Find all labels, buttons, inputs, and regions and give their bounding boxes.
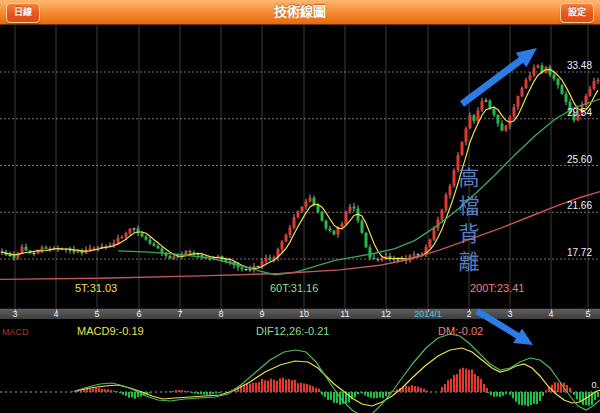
x-axis-label: 5 <box>94 309 99 320</box>
settings-button[interactable]: 設定 <box>560 3 594 23</box>
page-title: 技術線圖 <box>0 0 600 25</box>
x-axis-label: 12 <box>381 309 391 320</box>
x-axis-label: 2014/1 <box>414 309 442 320</box>
divergence-watermark: 高檔背離 <box>452 167 482 279</box>
x-axis: 34567891011122014/12345 <box>0 308 600 319</box>
x-axis-label: 6 <box>136 309 141 320</box>
x-axis-label: 9 <box>259 309 264 320</box>
price-label: 17.72 <box>522 247 592 258</box>
dif-legend: DIF12,26:-0.21 <box>256 325 329 337</box>
price-label: 21.66 <box>522 200 592 211</box>
macd-zero-label: 0. <box>591 380 599 390</box>
x-axis-label: 10 <box>299 309 309 320</box>
x-axis-label: 3 <box>507 309 512 320</box>
macd9-legend: MACD9:-0.19 <box>77 325 144 337</box>
candlestick-chart[interactable] <box>0 25 600 308</box>
x-axis-label: 7 <box>177 309 182 320</box>
price-label: 29.54 <box>522 107 592 118</box>
x-axis-label: 3 <box>12 309 17 320</box>
technical-chart-app: 日線 技術線圖 設定 33.4829.5425.6021.6617.72 5T:… <box>0 0 600 413</box>
dm-legend: DM:-0.02 <box>438 325 483 337</box>
title-bar: 日線 技術線圖 設定 <box>0 0 600 25</box>
x-axis-label: 4 <box>53 309 58 320</box>
ma200-legend: 200T:23.41 <box>470 282 524 294</box>
x-axis-label: 8 <box>218 309 223 320</box>
x-axis-label: 11 <box>340 309 349 320</box>
ma5-legend: 5T:31.03 <box>75 282 117 294</box>
price-label: 25.60 <box>522 154 592 165</box>
ma60-legend: 60T:31.16 <box>270 282 318 294</box>
x-axis-label: 2 <box>466 309 471 320</box>
x-axis-label: 4 <box>548 309 553 320</box>
macd-panel-label: MACD <box>2 327 29 337</box>
price-label: 33.48 <box>522 60 592 71</box>
x-axis-label: 5 <box>585 309 590 320</box>
